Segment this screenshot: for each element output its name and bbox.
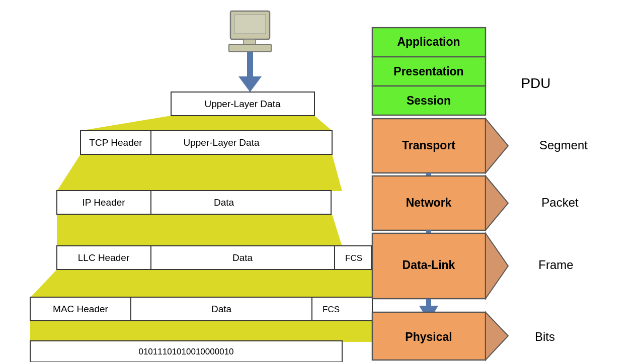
session-label: Session (407, 94, 451, 107)
transport-label: Transport (402, 139, 455, 152)
row3-ip: IP Header (82, 197, 125, 208)
diagram-container: Upper-Layer Data TCP Header Upper-Layer … (0, 0, 644, 362)
svg-marker-5 (238, 76, 262, 92)
svg-rect-1 (234, 15, 266, 34)
encap-layer-1 (80, 116, 332, 131)
row5-mac: MAC Header (53, 304, 108, 314)
svg-rect-2 (244, 39, 256, 44)
datalink-chevron (486, 233, 508, 299)
row4-llc: LLC Header (78, 252, 130, 263)
row1-label: Upper-Layer Data (204, 99, 280, 109)
transport-chevron (486, 119, 508, 173)
application-label: Application (397, 35, 460, 48)
row5-fcs: FCS (323, 305, 340, 314)
segment-label: Segment (539, 138, 588, 152)
packet-label: Packet (541, 196, 579, 209)
encap-layer-2 (57, 154, 342, 191)
physical-label: Physical (405, 330, 452, 343)
bits-label: Bits (535, 330, 555, 343)
row4-data: Data (232, 252, 253, 263)
row5-data: Data (211, 304, 232, 314)
physical-chevron (486, 312, 508, 360)
encap-layer-5 (30, 321, 377, 342)
encap-layer-4 (30, 269, 377, 298)
row2-tcp: TCP Header (89, 137, 142, 148)
datalink-label: Data-Link (403, 258, 455, 272)
main-svg: Upper-Layer Data TCP Header Upper-Layer … (0, 0, 644, 362)
presentation-label: Presentation (393, 65, 463, 78)
computer-icon (229, 11, 271, 92)
row3-data: Data (214, 197, 234, 208)
svg-rect-3 (229, 44, 271, 52)
row2-data: Upper-Layer Data (183, 137, 259, 148)
network-chevron (486, 176, 508, 230)
row6-bits: 01011101010010000010 (138, 347, 233, 356)
encap-layer-3 (57, 214, 342, 246)
network-label: Network (406, 196, 452, 209)
pdu-title: PDU (521, 75, 550, 91)
row4-fcs: FCS (345, 253, 362, 263)
frame-label: Frame (538, 258, 573, 272)
